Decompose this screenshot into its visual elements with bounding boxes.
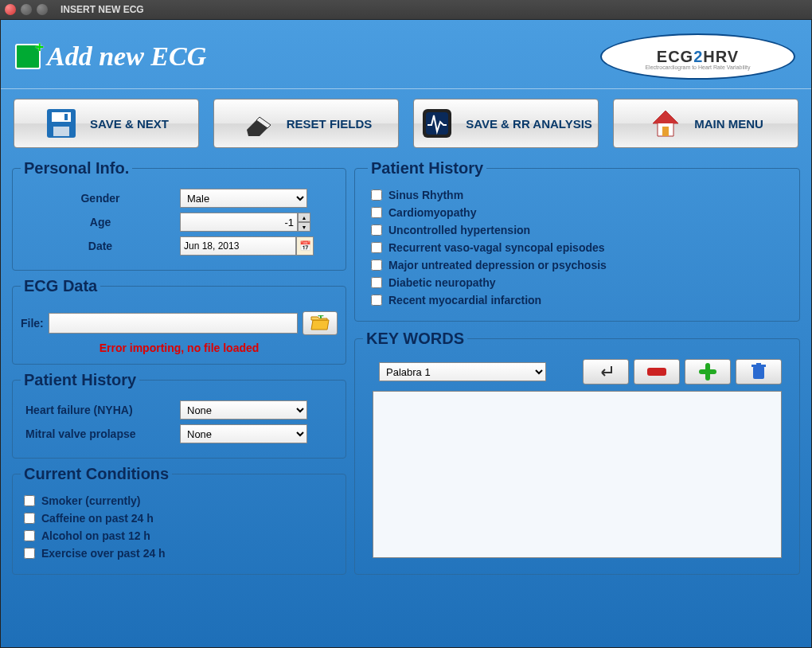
logo-text-hrv: HRV — [703, 48, 739, 65]
app-logo: ECG2HRV Electrocardiogram to Heart Rate … — [600, 33, 795, 80]
svg-rect-3 — [64, 114, 68, 120]
analysis-icon — [420, 106, 455, 141]
ecg-data-group: ECG Data File: Error importing, no file … — [12, 277, 346, 365]
logo-subtitle: Electrocardiogram to Heart Rate Variabil… — [645, 64, 750, 70]
file-input[interactable] — [49, 313, 298, 334]
sinus-rhythm-checkbox[interactable] — [371, 189, 382, 201]
trash-icon — [751, 363, 766, 381]
vaso-vagal-label: Recurrent vaso-vagal syncopal episodes — [388, 241, 605, 254]
date-label: Date — [21, 240, 180, 252]
enter-icon — [597, 365, 615, 379]
svg-rect-16 — [753, 366, 764, 379]
patient-history-left-group: Patient History Heart failure (NYHA) Non… — [12, 371, 346, 459]
minimize-window-icon[interactable] — [21, 4, 32, 15]
keyword-textarea[interactable] — [373, 391, 782, 558]
main-menu-button[interactable]: MAIN MENU — [613, 99, 798, 148]
infarction-label: Recent myocardial infarction — [388, 294, 541, 306]
svg-marker-11 — [311, 320, 329, 330]
browse-file-button[interactable] — [303, 311, 338, 335]
date-input[interactable] — [180, 236, 296, 256]
age-up-button[interactable]: ▲ — [298, 213, 310, 222]
keyword-delete-button[interactable] — [736, 359, 782, 385]
save-icon — [44, 106, 79, 141]
heart-failure-label: Heart failure (NYHA) — [21, 404, 180, 416]
cardiomyopathy-checkbox[interactable] — [371, 207, 382, 218]
hypertension-label: Uncontrolled hypertension — [388, 224, 530, 236]
condition-row: Exercise over past 24 h — [24, 547, 334, 560]
current-conditions-group: Current Conditions Smoker (currently) Ca… — [12, 465, 346, 575]
hypertension-checkbox[interactable] — [371, 224, 382, 236]
svg-marker-9 — [653, 111, 678, 123]
keyword-select[interactable]: Palabra 1 — [379, 362, 546, 381]
calendar-icon[interactable]: 📅 — [296, 236, 314, 256]
patient-history-left-legend: Patient History — [21, 371, 139, 389]
condition-row: Caffeine on past 24 h — [24, 512, 334, 525]
close-window-icon[interactable] — [5, 4, 16, 15]
mitral-valve-label: Mitral valve prolapse — [21, 427, 180, 440]
patient-history-right-legend: Patient History — [368, 159, 486, 178]
alcohol-checkbox[interactable] — [24, 530, 35, 541]
vaso-vagal-checkbox[interactable] — [371, 242, 382, 253]
titlebar: INSERT NEW ECG — [0, 0, 812, 19]
keyword-remove-button[interactable] — [634, 359, 680, 385]
caffeine-label: Caffeine on past 24 h — [41, 512, 154, 525]
exercise-label: Exercise over past 24 h — [41, 547, 166, 560]
save-next-label: SAVE & NEXT — [90, 117, 169, 131]
logo-text-two: 2 — [693, 48, 703, 65]
svg-rect-2 — [53, 127, 69, 136]
main-window: Add new ECG ECG2HRV Electrocardiogram to… — [0, 19, 812, 648]
add-ecg-icon — [15, 44, 41, 69]
main-menu-label: MAIN MENU — [694, 117, 763, 131]
keywords-group: KEY WORDS Palabra 1 — [354, 330, 800, 575]
keywords-legend: KEY WORDS — [363, 330, 467, 348]
folder-open-icon — [310, 315, 330, 331]
smoker-label: Smoker (currently) — [41, 494, 140, 507]
svg-rect-18 — [756, 363, 761, 365]
file-label: File: — [21, 317, 44, 330]
neuropathy-checkbox[interactable] — [371, 277, 382, 288]
page-title: Add new ECG — [47, 41, 206, 72]
reset-fields-label: RESET FIELDS — [287, 117, 373, 131]
neuropathy-label: Diabetic neuropathy — [388, 276, 496, 289]
infarction-checkbox[interactable] — [371, 295, 382, 306]
home-icon — [648, 106, 683, 141]
age-down-button[interactable]: ▼ — [298, 222, 310, 232]
personal-info-group: Personal Info. Gender Male Age ▲ ▼ — [12, 159, 346, 271]
maximize-window-icon[interactable] — [37, 4, 48, 15]
minus-icon — [647, 368, 666, 376]
logo-text-ecg: ECG — [657, 48, 693, 65]
age-input[interactable] — [180, 213, 298, 232]
svg-marker-12 — [311, 317, 327, 320]
file-error-text: Error importing, no file loaded — [21, 342, 338, 354]
smoker-checkbox[interactable] — [24, 495, 35, 506]
save-next-button[interactable]: SAVE & NEXT — [14, 99, 199, 148]
save-rr-label: SAVE & RR ANALYSIS — [466, 117, 592, 131]
caffeine-checkbox[interactable] — [24, 513, 35, 524]
sinus-rhythm-label: Sinus Rhythm — [388, 189, 463, 201]
reset-fields-button[interactable]: RESET FIELDS — [213, 99, 399, 148]
save-rr-analysis-button[interactable]: SAVE & RR ANALYSIS — [413, 99, 599, 148]
ecg-data-legend: ECG Data — [21, 277, 100, 295]
keyword-add-button[interactable] — [685, 359, 731, 385]
personal-info-legend: Personal Info. — [21, 159, 132, 178]
eraser-icon — [240, 106, 275, 141]
svg-rect-10 — [662, 127, 669, 136]
mitral-valve-select[interactable]: None — [180, 424, 307, 443]
age-label: Age — [21, 216, 180, 228]
current-conditions-legend: Current Conditions — [21, 465, 172, 483]
depression-checkbox[interactable] — [371, 260, 382, 271]
svg-rect-1 — [52, 112, 71, 122]
window-title: INSERT NEW ECG — [61, 4, 144, 15]
cardiomyopathy-label: Cardiomyopathy — [388, 206, 476, 219]
depression-label: Major untreated depression or psychosis — [388, 259, 607, 271]
plus-icon — [699, 363, 716, 381]
heart-failure-select[interactable]: None — [180, 400, 307, 420]
keyword-enter-button[interactable] — [583, 359, 629, 385]
toolbar: SAVE & NEXT RESET FIELDS SAVE & RR ANALY… — [1, 88, 811, 154]
condition-row: Smoker (currently) — [24, 494, 334, 507]
exercise-checkbox[interactable] — [24, 548, 35, 559]
gender-select[interactable]: Male — [180, 189, 307, 208]
alcohol-label: Alcohol on past 12 h — [41, 529, 150, 542]
svg-rect-13 — [647, 368, 666, 376]
header: Add new ECG ECG2HRV Electrocardiogram to… — [1, 20, 811, 88]
